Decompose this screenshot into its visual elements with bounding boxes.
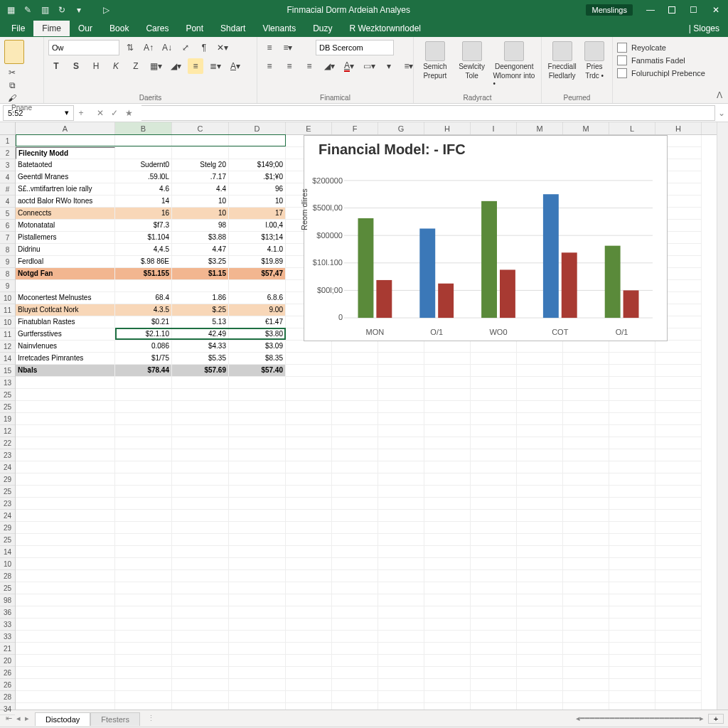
namebox-add-icon[interactable]: + xyxy=(74,108,88,118)
font-select[interactable] xyxy=(48,40,119,55)
chart-plot xyxy=(344,171,653,323)
sheet-tab-bar: ⇤ ◂ ▸ Disctoday Ftesters ⋮ ◂━━━━━━━━━━━━… xyxy=(0,710,728,727)
misc2-icon[interactable]: ▾ xyxy=(381,58,397,74)
font-size-up-icon[interactable]: ⇅ xyxy=(122,40,138,55)
format-painter-icon[interactable]: 🖌 xyxy=(4,92,20,104)
collapse-ribbon-icon[interactable]: ᐱ xyxy=(717,90,722,100)
menu-sloges[interactable]: | Sloges xyxy=(680,21,728,36)
ribbon: ✂ ⧉ 🖌 Pnane ⇅ A↑ A↓ ⤢ ¶ ✕▾ T S H K Z xyxy=(0,37,728,104)
chart-x-labels: MON O/1 WO0 COT O/1 xyxy=(344,328,653,336)
align-icon[interactable]: ≣▾ xyxy=(208,58,223,74)
paste-icon[interactable] xyxy=(4,40,24,64)
qat-undo-icon[interactable]: ▥ xyxy=(40,5,50,15)
misc-icon[interactable]: ▭▾ xyxy=(361,58,377,74)
big-btn-0[interactable]: SemichPrepurt xyxy=(418,40,452,81)
group-label-peurned: Peurned xyxy=(546,94,608,103)
big-btn-4[interactable]: PriesTrdc • xyxy=(581,40,608,81)
link-foluruchipl[interactable]: Foluruchipl Prebence xyxy=(617,67,705,80)
increase-icon[interactable]: A↑ xyxy=(141,40,156,55)
chart-title: Financial Model: - IFC xyxy=(304,136,667,164)
link-reyolcate[interactable]: Reyolcate xyxy=(617,41,705,54)
tab-nav-next-icon[interactable]: ▸ xyxy=(25,714,29,723)
italic-icon[interactable]: S xyxy=(68,58,84,74)
menu-duzy[interactable]: Duzy xyxy=(304,21,341,36)
group-label-pane: Pnane xyxy=(4,104,39,113)
group-label-financial: Finamical xyxy=(262,94,409,103)
align-center-icon[interactable]: ≡ xyxy=(282,58,297,74)
z-icon[interactable]: Z xyxy=(128,58,144,74)
row-headers[interactable]: 1234#45678989101110111214151325251912222… xyxy=(0,122,16,710)
qat-save-icon[interactable]: ✎ xyxy=(23,5,33,15)
align-right-icon[interactable]: ≡ xyxy=(301,58,317,74)
deengonent-icon xyxy=(504,41,524,61)
account-tag[interactable]: Menslings xyxy=(586,4,633,16)
fx-accept-icon[interactable]: ✓ xyxy=(111,108,118,118)
align-left-icon[interactable]: ≡ xyxy=(262,58,277,74)
big-btn-2[interactable]: DeengonentWlomonr into • xyxy=(491,40,537,89)
menu-home[interactable]: Fime xyxy=(33,21,70,36)
decrease-icon[interactable]: A↓ xyxy=(159,40,175,55)
clear-icon[interactable]: ✕▾ xyxy=(215,40,230,55)
align-mid-icon[interactable]: ≡▾ xyxy=(280,40,296,55)
sheet-tab-active[interactable]: Disctoday xyxy=(35,712,90,726)
menu-vlenants[interactable]: Vlenants xyxy=(254,21,304,36)
merge-icon[interactable]: ◢▾ xyxy=(321,58,337,74)
svg-rect-7 xyxy=(376,280,392,318)
link-fanmatis[interactable]: Fanmatis Fadel xyxy=(617,54,705,67)
tab-nav-prev-icon[interactable]: ◂ xyxy=(16,714,21,723)
title-bar: ▦ ✎ ▥ ↻ ▾ ▷ Finmacial Dorm Ardeiah Analy… xyxy=(0,0,728,19)
fill-color-icon[interactable]: ◢▾ xyxy=(168,58,183,74)
close-icon[interactable]: ✕ xyxy=(711,5,721,15)
select-all-corner[interactable] xyxy=(0,122,15,135)
formula-input[interactable] xyxy=(141,105,715,121)
namebox-dropdown-icon[interactable]: ▾ xyxy=(65,108,69,117)
wrap-icon[interactable]: ¶ xyxy=(196,40,212,55)
fx-cancel-icon[interactable]: ✕ xyxy=(97,108,104,118)
new-sheet-plus-icon[interactable]: + xyxy=(708,714,724,724)
restore-icon[interactable] xyxy=(668,6,675,14)
pries-icon xyxy=(584,41,604,61)
qat-redo-icon[interactable]: ↻ xyxy=(57,5,67,15)
add-sheet-icon[interactable]: ⋮ xyxy=(140,714,162,723)
align-top-icon[interactable]: ≡ xyxy=(262,40,277,55)
cut-icon[interactable]: ✂ xyxy=(4,67,20,78)
menu-cares[interactable]: Cares xyxy=(137,21,177,36)
chart-y-axis: Reom dlires $200000 $500l,00 $00000 $10l… xyxy=(309,171,344,323)
font-color-icon[interactable]: ≡ xyxy=(188,58,203,74)
menu-rwez[interactable]: R Wezktorwnrlodel xyxy=(341,21,429,36)
copy-icon[interactable]: ⧉ xyxy=(4,80,20,91)
menu-pont[interactable]: Pont xyxy=(177,21,212,36)
sheet-tab-other[interactable]: Ftesters xyxy=(90,712,140,726)
svg-rect-6 xyxy=(358,218,374,318)
svg-rect-12 xyxy=(543,194,559,318)
hscroll-left-icon[interactable]: ◂━━━━━━━━━━━━━━━━━━━━━━━━▸ xyxy=(572,714,708,723)
menu-book[interactable]: Book xyxy=(101,21,137,36)
db-select[interactable] xyxy=(316,40,394,55)
fanmatis-icon xyxy=(617,55,627,65)
svg-rect-10 xyxy=(481,201,497,318)
font-color2-icon[interactable]: A▾ xyxy=(341,58,357,74)
expand-formula-icon[interactable]: ⌄ xyxy=(715,108,728,118)
embedded-chart[interactable]: Financial Model: - IFC Reom dlires $2000… xyxy=(304,135,668,341)
column-headers[interactable]: ABCDEFGHIMMLH xyxy=(16,122,717,135)
h-icon[interactable]: H xyxy=(88,58,104,74)
vertical-scrollbar[interactable] xyxy=(717,122,728,710)
big-btn-3[interactable]: FnecdiallFledlarly xyxy=(546,40,578,81)
group-label-radyract: Radyract xyxy=(418,94,537,103)
menu-our[interactable]: Our xyxy=(70,21,101,36)
big-btn-1[interactable]: SewlcityTole xyxy=(455,40,489,81)
orientation-icon[interactable]: ⤢ xyxy=(178,40,193,55)
border-icon[interactable]: ▦▾ xyxy=(148,58,164,74)
menu-file[interactable]: File xyxy=(3,21,33,36)
k-icon[interactable]: K xyxy=(108,58,124,74)
bold-icon[interactable]: T xyxy=(48,58,64,74)
minimize-icon[interactable]: — xyxy=(646,5,655,15)
svg-rect-11 xyxy=(500,269,515,318)
qat-play-icon[interactable]: ▷ xyxy=(101,5,111,15)
fx-icon[interactable]: ★ xyxy=(125,108,133,118)
svg-rect-13 xyxy=(562,252,577,318)
qat-dropdown-icon[interactable]: ▾ xyxy=(74,5,84,15)
menu-shdart[interactable]: Shdart xyxy=(212,21,254,36)
maximize-icon[interactable]: ☐ xyxy=(688,5,698,15)
indent-icon[interactable]: A▾ xyxy=(228,58,243,74)
